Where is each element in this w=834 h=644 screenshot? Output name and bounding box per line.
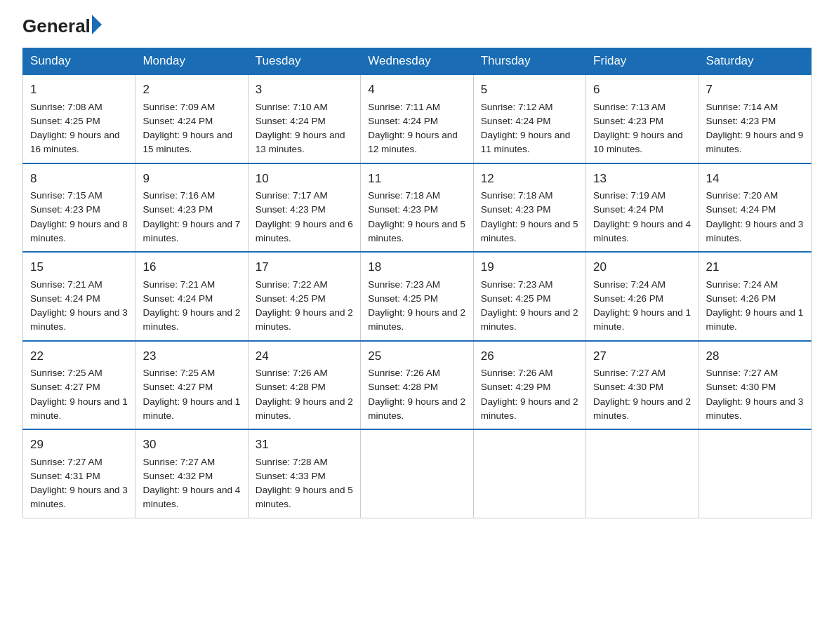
day-number: 21 (706, 258, 804, 276)
day-number: 28 (706, 347, 804, 365)
calendar-cell: 4Sunrise: 7:11 AMSunset: 4:24 PMDaylight… (361, 74, 473, 163)
calendar-cell: 26Sunrise: 7:26 AMSunset: 4:29 PMDayligh… (473, 341, 585, 430)
calendar-cell: 5Sunrise: 7:12 AMSunset: 4:24 PMDaylight… (473, 74, 585, 163)
day-number: 19 (481, 258, 578, 276)
calendar-cell: 15Sunrise: 7:21 AMSunset: 4:24 PMDayligh… (23, 252, 135, 341)
calendar-cell: 25Sunrise: 7:26 AMSunset: 4:28 PMDayligh… (361, 341, 473, 430)
day-number: 30 (143, 436, 240, 454)
calendar-cell: 20Sunrise: 7:24 AMSunset: 4:26 PMDayligh… (586, 252, 699, 341)
calendar-cell (586, 429, 699, 518)
calendar-cell: 30Sunrise: 7:27 AMSunset: 4:32 PMDayligh… (135, 429, 248, 518)
day-number: 2 (143, 81, 240, 99)
calendar-cell: 11Sunrise: 7:18 AMSunset: 4:23 PMDayligh… (361, 163, 473, 253)
logo: General (22, 17, 102, 35)
calendar-cell: 17Sunrise: 7:22 AMSunset: 4:25 PMDayligh… (248, 252, 360, 341)
calendar-cell (361, 429, 473, 518)
day-number: 20 (593, 258, 691, 276)
day-number: 14 (706, 170, 804, 188)
day-number: 12 (481, 170, 578, 188)
calendar-cell: 28Sunrise: 7:27 AMSunset: 4:30 PMDayligh… (699, 341, 811, 430)
calendar-cell: 24Sunrise: 7:26 AMSunset: 4:28 PMDayligh… (248, 341, 360, 430)
calendar-cell (473, 429, 585, 518)
calendar-cell: 31Sunrise: 7:28 AMSunset: 4:33 PMDayligh… (248, 429, 360, 518)
col-header-saturday: Saturday (699, 48, 811, 75)
calendar-cell: 9Sunrise: 7:16 AMSunset: 4:23 PMDaylight… (135, 163, 248, 253)
day-number: 6 (593, 81, 691, 99)
col-header-friday: Friday (586, 48, 699, 75)
calendar-cell: 7Sunrise: 7:14 AMSunset: 4:23 PMDaylight… (699, 74, 811, 163)
day-number: 17 (256, 258, 353, 276)
day-number: 9 (143, 170, 240, 188)
calendar-cell: 22Sunrise: 7:25 AMSunset: 4:27 PMDayligh… (23, 341, 135, 430)
day-number: 7 (706, 81, 804, 99)
calendar-table: SundayMondayTuesdayWednesdayThursdayFrid… (22, 48, 812, 518)
day-number: 25 (368, 347, 465, 365)
col-header-monday: Monday (135, 48, 248, 75)
col-header-sunday: Sunday (23, 48, 135, 75)
calendar-cell: 8Sunrise: 7:15 AMSunset: 4:23 PMDaylight… (23, 163, 135, 253)
logo-arrow-icon (92, 15, 102, 34)
calendar-cell: 6Sunrise: 7:13 AMSunset: 4:23 PMDaylight… (586, 74, 699, 163)
day-number: 31 (256, 436, 353, 454)
day-number: 16 (143, 258, 240, 276)
calendar-cell: 18Sunrise: 7:23 AMSunset: 4:25 PMDayligh… (361, 252, 473, 341)
calendar-cell: 12Sunrise: 7:18 AMSunset: 4:23 PMDayligh… (473, 163, 585, 253)
day-number: 3 (256, 81, 353, 99)
week-row-4: 22Sunrise: 7:25 AMSunset: 4:27 PMDayligh… (23, 341, 812, 430)
day-number: 1 (30, 81, 128, 99)
day-number: 26 (481, 347, 578, 365)
day-number: 24 (256, 347, 353, 365)
calendar-cell: 14Sunrise: 7:20 AMSunset: 4:24 PMDayligh… (699, 163, 811, 253)
week-row-2: 8Sunrise: 7:15 AMSunset: 4:23 PMDaylight… (23, 163, 812, 253)
day-number: 27 (593, 347, 691, 365)
day-number: 23 (143, 347, 240, 365)
calendar-cell: 29Sunrise: 7:27 AMSunset: 4:31 PMDayligh… (23, 429, 135, 518)
calendar-cell: 27Sunrise: 7:27 AMSunset: 4:30 PMDayligh… (586, 341, 699, 430)
calendar-cell: 3Sunrise: 7:10 AMSunset: 4:24 PMDaylight… (248, 74, 360, 163)
calendar-cell: 13Sunrise: 7:19 AMSunset: 4:24 PMDayligh… (586, 163, 699, 253)
week-row-1: 1Sunrise: 7:08 AMSunset: 4:25 PMDaylight… (23, 74, 812, 163)
week-row-3: 15Sunrise: 7:21 AMSunset: 4:24 PMDayligh… (23, 252, 812, 341)
calendar-cell: 10Sunrise: 7:17 AMSunset: 4:23 PMDayligh… (248, 163, 360, 253)
day-number: 5 (481, 81, 578, 99)
col-header-tuesday: Tuesday (248, 48, 360, 75)
day-number: 11 (368, 170, 465, 188)
day-number: 15 (30, 258, 128, 276)
calendar-cell: 21Sunrise: 7:24 AMSunset: 4:26 PMDayligh… (699, 252, 811, 341)
page-header: General (22, 17, 812, 35)
day-number: 4 (368, 81, 465, 99)
col-header-wednesday: Wednesday (361, 48, 473, 75)
day-number: 29 (30, 436, 128, 454)
calendar-cell: 19Sunrise: 7:23 AMSunset: 4:25 PMDayligh… (473, 252, 585, 341)
col-header-thursday: Thursday (473, 48, 585, 75)
calendar-cell: 2Sunrise: 7:09 AMSunset: 4:24 PMDaylight… (135, 74, 248, 163)
calendar-cell: 23Sunrise: 7:25 AMSunset: 4:27 PMDayligh… (135, 341, 248, 430)
day-number: 13 (593, 170, 691, 188)
day-number: 22 (30, 347, 128, 365)
calendar-cell: 1Sunrise: 7:08 AMSunset: 4:25 PMDaylight… (23, 74, 135, 163)
calendar-cell: 16Sunrise: 7:21 AMSunset: 4:24 PMDayligh… (135, 252, 248, 341)
calendar-cell (699, 429, 811, 518)
day-number: 8 (30, 170, 128, 188)
day-number: 18 (368, 258, 465, 276)
logo-general: General (22, 17, 91, 35)
week-row-5: 29Sunrise: 7:27 AMSunset: 4:31 PMDayligh… (23, 429, 812, 518)
calendar-header-row: SundayMondayTuesdayWednesdayThursdayFrid… (23, 48, 812, 75)
day-number: 10 (256, 170, 353, 188)
